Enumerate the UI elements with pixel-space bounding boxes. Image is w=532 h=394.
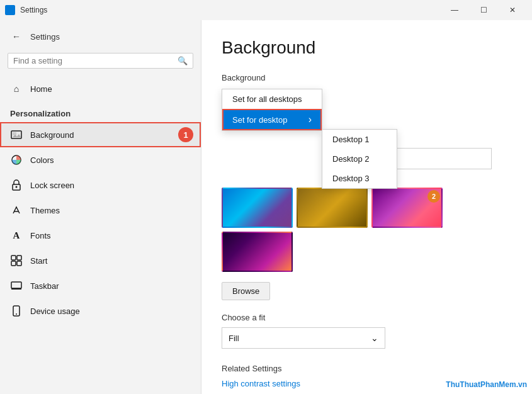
svg-point-13 (16, 313, 17, 315)
app-body: ← Settings 🔍 ⌂ Home Personalization Back… (0, 20, 532, 394)
high-contrast-link[interactable]: High contrast settings (222, 379, 300, 388)
back-button[interactable]: ← (8, 28, 25, 45)
svg-point-4 (16, 186, 18, 188)
sidebar-item-taskbar[interactable]: Taskbar (0, 273, 201, 298)
titlebar-title: Settings (20, 6, 47, 14)
start-icon (10, 254, 23, 267)
thumbnail-3[interactable]: 2 (371, 188, 443, 228)
background-icon (10, 128, 23, 141)
main-content: Background Background Set for all deskto… (201, 20, 532, 394)
svg-rect-10 (11, 282, 21, 288)
sidebar: ← Settings 🔍 ⌂ Home Personalization Back… (0, 20, 201, 394)
app-icon (5, 5, 15, 15)
svg-rect-9 (17, 261, 21, 266)
sidebar-nav-top: ← Settings (0, 23, 201, 50)
fit-dropdown[interactable]: Fill (222, 327, 385, 349)
chevron-right-icon (308, 114, 312, 125)
search-box[interactable]: 🔍 (8, 53, 193, 69)
sidebar-item-label-taskbar: Taskbar (30, 281, 59, 291)
background-dropdown-row: Set for all desktops Set for desktop Des… (222, 89, 512, 131)
related-settings: Related Settings High contrast settings (222, 364, 512, 388)
close-button[interactable]: ✕ (498, 0, 527, 20)
colors-icon (10, 154, 23, 166)
sidebar-item-label-themes: Themes (30, 206, 60, 215)
svg-rect-8 (11, 261, 16, 266)
sidebar-item-fonts[interactable]: A Fonts (0, 223, 201, 248)
sidebar-item-device-usage[interactable]: Device usage (0, 298, 201, 324)
desktop-1-item[interactable]: Desktop 1 (322, 130, 397, 149)
browse-button[interactable]: Browse (222, 282, 270, 300)
sidebar-item-colors[interactable]: Colors (0, 147, 201, 172)
svg-rect-7 (17, 256, 21, 260)
fit-chevron-down-icon (371, 333, 378, 343)
maximize-button[interactable]: ☐ (469, 0, 498, 20)
related-settings-title: Related Settings (222, 364, 512, 373)
flyout-menu: Set for all desktops Set for desktop Des… (222, 89, 322, 131)
fit-value: Fill (229, 334, 239, 343)
thumbnail-2[interactable] (297, 188, 368, 228)
home-icon: ⌂ (10, 82, 23, 95)
device-usage-icon (10, 305, 23, 317)
titlebar-controls: — ☐ ✕ (440, 0, 527, 20)
sidebar-item-label-fonts: Fonts (30, 231, 51, 240)
desktop-submenu: Desktop 1 Desktop 2 Desktop 3 (322, 129, 397, 189)
sidebar-item-lock-screen[interactable]: Lock screen (0, 172, 201, 198)
sidebar-item-home[interactable]: ⌂ Home (0, 76, 201, 101)
sidebar-item-label-device-usage: Device usage (30, 307, 80, 316)
background-section-label: Background (222, 73, 512, 82)
taskbar-icon (10, 279, 23, 292)
badge-2: 2 (427, 190, 440, 203)
set-for-desktop[interactable]: Set for desktop Desktop 1 Desktop 2 Desk… (222, 109, 322, 130)
sidebar-item-label-lock: Lock screen (30, 181, 74, 190)
fonts-icon: A (10, 229, 23, 242)
search-input[interactable] (13, 56, 174, 65)
sidebar-item-themes[interactable]: Themes (0, 198, 201, 223)
svg-rect-1 (13, 132, 16, 135)
thumbnails-row: 2 (222, 188, 512, 272)
sidebar-item-start[interactable]: Start (0, 248, 201, 273)
context-menu-wrapper: Set for all desktops Set for desktop Des… (222, 89, 322, 131)
sidebar-item-label-background: Background (30, 130, 74, 140)
titlebar: Settings — ☐ ✕ (0, 0, 532, 20)
set-for-all-desktops[interactable]: Set for all desktops (222, 89, 322, 109)
search-icon: 🔍 (178, 56, 188, 65)
settings-title: Settings (30, 32, 60, 42)
badge-1: 1 (178, 127, 193, 142)
sidebar-item-label-colors: Colors (30, 155, 54, 165)
choose-fit-label: Choose a fit (222, 313, 512, 322)
sidebar-item-background[interactable]: Background 1 (0, 122, 201, 147)
titlebar-left: Settings (5, 5, 47, 15)
svg-rect-11 (11, 288, 21, 290)
lock-screen-icon (10, 179, 23, 191)
sidebar-item-label-home: Home (30, 84, 52, 94)
minimize-button[interactable]: — (440, 0, 469, 20)
thumbnail-1[interactable] (222, 188, 293, 228)
sidebar-item-label-start: Start (30, 256, 47, 266)
page-title: Background (222, 38, 512, 58)
desktop-2-item[interactable]: Desktop 2 (322, 149, 397, 169)
sidebar-section-label: Personalization (0, 101, 201, 122)
svg-rect-6 (11, 256, 16, 260)
desktop-3-item[interactable]: Desktop 3 (322, 169, 397, 188)
thumbnail-4[interactable] (222, 232, 293, 272)
themes-icon (10, 204, 23, 217)
